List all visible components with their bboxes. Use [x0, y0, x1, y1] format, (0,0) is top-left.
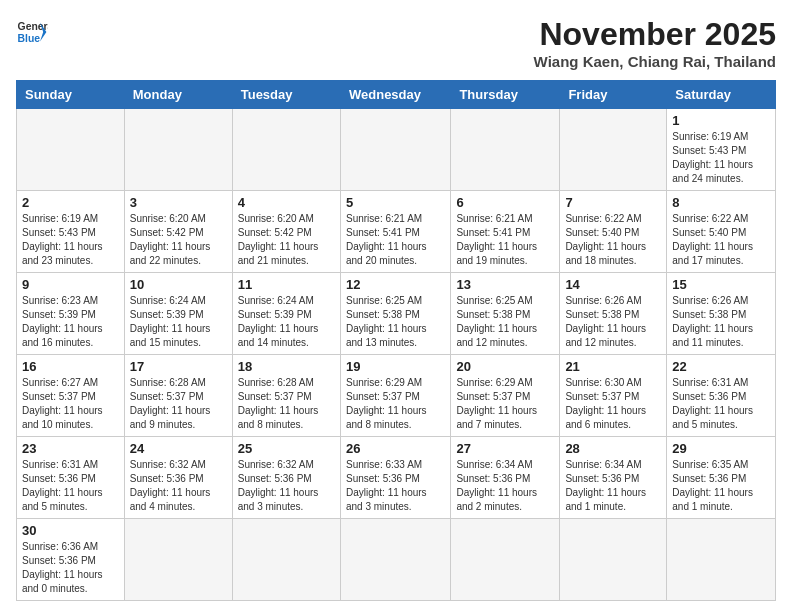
calendar-cell	[451, 519, 560, 601]
day-number: 18	[238, 359, 335, 374]
calendar-cell: 9Sunrise: 6:23 AMSunset: 5:39 PMDaylight…	[17, 273, 125, 355]
day-info: Sunrise: 6:34 AMSunset: 5:36 PMDaylight:…	[456, 458, 554, 514]
day-info: Sunrise: 6:34 AMSunset: 5:36 PMDaylight:…	[565, 458, 661, 514]
calendar-cell	[340, 519, 450, 601]
day-info: Sunrise: 6:23 AMSunset: 5:39 PMDaylight:…	[22, 294, 119, 350]
weekday-saturday: Saturday	[667, 81, 776, 109]
calendar-cell	[451, 109, 560, 191]
calendar-cell: 5Sunrise: 6:21 AMSunset: 5:41 PMDaylight…	[340, 191, 450, 273]
calendar-cell: 20Sunrise: 6:29 AMSunset: 5:37 PMDayligh…	[451, 355, 560, 437]
calendar-cell: 24Sunrise: 6:32 AMSunset: 5:36 PMDayligh…	[124, 437, 232, 519]
day-info: Sunrise: 6:19 AMSunset: 5:43 PMDaylight:…	[672, 130, 770, 186]
calendar-cell	[124, 519, 232, 601]
day-info: Sunrise: 6:25 AMSunset: 5:38 PMDaylight:…	[346, 294, 445, 350]
day-info: Sunrise: 6:33 AMSunset: 5:36 PMDaylight:…	[346, 458, 445, 514]
calendar-cell: 25Sunrise: 6:32 AMSunset: 5:36 PMDayligh…	[232, 437, 340, 519]
page-header: General Blue November 2025 Wiang Kaen, C…	[16, 16, 776, 70]
weekday-header-row: SundayMondayTuesdayWednesdayThursdayFrid…	[17, 81, 776, 109]
day-info: Sunrise: 6:29 AMSunset: 5:37 PMDaylight:…	[346, 376, 445, 432]
day-number: 28	[565, 441, 661, 456]
day-number: 20	[456, 359, 554, 374]
calendar-cell: 17Sunrise: 6:28 AMSunset: 5:37 PMDayligh…	[124, 355, 232, 437]
calendar-cell: 2Sunrise: 6:19 AMSunset: 5:43 PMDaylight…	[17, 191, 125, 273]
day-number: 10	[130, 277, 227, 292]
day-info: Sunrise: 6:31 AMSunset: 5:36 PMDaylight:…	[672, 376, 770, 432]
day-info: Sunrise: 6:21 AMSunset: 5:41 PMDaylight:…	[346, 212, 445, 268]
day-info: Sunrise: 6:29 AMSunset: 5:37 PMDaylight:…	[456, 376, 554, 432]
day-number: 15	[672, 277, 770, 292]
calendar-cell: 11Sunrise: 6:24 AMSunset: 5:39 PMDayligh…	[232, 273, 340, 355]
day-info: Sunrise: 6:32 AMSunset: 5:36 PMDaylight:…	[130, 458, 227, 514]
day-number: 23	[22, 441, 119, 456]
day-number: 4	[238, 195, 335, 210]
calendar-cell: 21Sunrise: 6:30 AMSunset: 5:37 PMDayligh…	[560, 355, 667, 437]
calendar-cell: 14Sunrise: 6:26 AMSunset: 5:38 PMDayligh…	[560, 273, 667, 355]
day-info: Sunrise: 6:21 AMSunset: 5:41 PMDaylight:…	[456, 212, 554, 268]
weekday-thursday: Thursday	[451, 81, 560, 109]
day-number: 2	[22, 195, 119, 210]
weekday-tuesday: Tuesday	[232, 81, 340, 109]
day-number: 24	[130, 441, 227, 456]
svg-text:Blue: Blue	[18, 33, 41, 44]
title-block: November 2025 Wiang Kaen, Chiang Rai, Th…	[534, 16, 776, 70]
calendar-cell: 16Sunrise: 6:27 AMSunset: 5:37 PMDayligh…	[17, 355, 125, 437]
day-info: Sunrise: 6:19 AMSunset: 5:43 PMDaylight:…	[22, 212, 119, 268]
calendar-cell	[124, 109, 232, 191]
day-info: Sunrise: 6:24 AMSunset: 5:39 PMDaylight:…	[130, 294, 227, 350]
month-title: November 2025	[534, 16, 776, 53]
day-number: 27	[456, 441, 554, 456]
day-number: 6	[456, 195, 554, 210]
day-number: 21	[565, 359, 661, 374]
calendar-cell: 18Sunrise: 6:28 AMSunset: 5:37 PMDayligh…	[232, 355, 340, 437]
day-info: Sunrise: 6:22 AMSunset: 5:40 PMDaylight:…	[672, 212, 770, 268]
day-number: 16	[22, 359, 119, 374]
day-number: 30	[22, 523, 119, 538]
weekday-monday: Monday	[124, 81, 232, 109]
calendar-cell	[232, 109, 340, 191]
calendar-cell: 7Sunrise: 6:22 AMSunset: 5:40 PMDaylight…	[560, 191, 667, 273]
calendar-cell: 27Sunrise: 6:34 AMSunset: 5:36 PMDayligh…	[451, 437, 560, 519]
calendar-cell: 3Sunrise: 6:20 AMSunset: 5:42 PMDaylight…	[124, 191, 232, 273]
day-number: 22	[672, 359, 770, 374]
day-number: 9	[22, 277, 119, 292]
calendar-cell: 8Sunrise: 6:22 AMSunset: 5:40 PMDaylight…	[667, 191, 776, 273]
calendar-cell	[667, 519, 776, 601]
day-info: Sunrise: 6:20 AMSunset: 5:42 PMDaylight:…	[238, 212, 335, 268]
day-info: Sunrise: 6:24 AMSunset: 5:39 PMDaylight:…	[238, 294, 335, 350]
calendar-table: SundayMondayTuesdayWednesdayThursdayFrid…	[16, 80, 776, 601]
day-number: 1	[672, 113, 770, 128]
calendar-cell: 4Sunrise: 6:20 AMSunset: 5:42 PMDaylight…	[232, 191, 340, 273]
day-info: Sunrise: 6:28 AMSunset: 5:37 PMDaylight:…	[130, 376, 227, 432]
calendar-cell	[232, 519, 340, 601]
calendar-cell: 19Sunrise: 6:29 AMSunset: 5:37 PMDayligh…	[340, 355, 450, 437]
calendar-cell: 12Sunrise: 6:25 AMSunset: 5:38 PMDayligh…	[340, 273, 450, 355]
weekday-sunday: Sunday	[17, 81, 125, 109]
calendar-row-6: 30Sunrise: 6:36 AMSunset: 5:36 PMDayligh…	[17, 519, 776, 601]
calendar-cell: 28Sunrise: 6:34 AMSunset: 5:36 PMDayligh…	[560, 437, 667, 519]
calendar-cell: 10Sunrise: 6:24 AMSunset: 5:39 PMDayligh…	[124, 273, 232, 355]
weekday-friday: Friday	[560, 81, 667, 109]
calendar-body: 1Sunrise: 6:19 AMSunset: 5:43 PMDaylight…	[17, 109, 776, 601]
day-info: Sunrise: 6:35 AMSunset: 5:36 PMDaylight:…	[672, 458, 770, 514]
calendar-cell: 26Sunrise: 6:33 AMSunset: 5:36 PMDayligh…	[340, 437, 450, 519]
day-info: Sunrise: 6:27 AMSunset: 5:37 PMDaylight:…	[22, 376, 119, 432]
weekday-wednesday: Wednesday	[340, 81, 450, 109]
day-info: Sunrise: 6:26 AMSunset: 5:38 PMDaylight:…	[672, 294, 770, 350]
calendar-cell	[560, 109, 667, 191]
day-number: 12	[346, 277, 445, 292]
day-number: 14	[565, 277, 661, 292]
day-info: Sunrise: 6:31 AMSunset: 5:36 PMDaylight:…	[22, 458, 119, 514]
location: Wiang Kaen, Chiang Rai, Thailand	[534, 53, 776, 70]
calendar-cell	[340, 109, 450, 191]
calendar-cell: 29Sunrise: 6:35 AMSunset: 5:36 PMDayligh…	[667, 437, 776, 519]
day-info: Sunrise: 6:20 AMSunset: 5:42 PMDaylight:…	[130, 212, 227, 268]
calendar-row-5: 23Sunrise: 6:31 AMSunset: 5:36 PMDayligh…	[17, 437, 776, 519]
calendar-cell: 30Sunrise: 6:36 AMSunset: 5:36 PMDayligh…	[17, 519, 125, 601]
day-number: 5	[346, 195, 445, 210]
calendar-cell: 6Sunrise: 6:21 AMSunset: 5:41 PMDaylight…	[451, 191, 560, 273]
day-number: 29	[672, 441, 770, 456]
day-number: 13	[456, 277, 554, 292]
day-number: 25	[238, 441, 335, 456]
day-number: 3	[130, 195, 227, 210]
day-info: Sunrise: 6:32 AMSunset: 5:36 PMDaylight:…	[238, 458, 335, 514]
